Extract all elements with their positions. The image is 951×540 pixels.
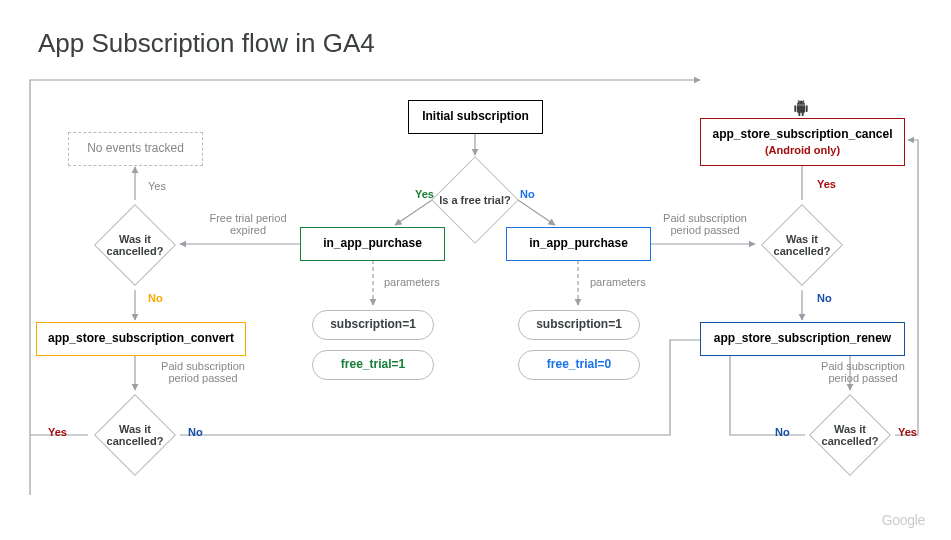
page-title: App Subscription flow in GA4 <box>38 28 375 59</box>
node-iap-free-trial: in_app_purchase <box>300 227 445 261</box>
edge-label-no-right2: No <box>775 426 790 438</box>
edge-label-no: No <box>520 188 535 200</box>
label-free-trial-expired: Free trial period expired <box>198 212 298 236</box>
node-initial-subscription: Initial subscription <box>408 100 543 134</box>
param-free-trial-0: free_trial=0 <box>518 350 640 380</box>
edge-label-no-right1: No <box>817 292 832 304</box>
node-iap-paid: in_app_purchase <box>506 227 651 261</box>
node-subscription-convert: app_store_subscription_convert <box>36 322 246 356</box>
google-logo: Google <box>882 512 925 528</box>
edge-label-yes-left2: Yes <box>48 426 67 438</box>
svg-line-2 <box>518 200 555 225</box>
edge-label-no-left2: No <box>188 426 203 438</box>
param-free-trial-1: free_trial=1 <box>312 350 434 380</box>
param-subscription-right: subscription=1 <box>518 310 640 340</box>
decision-cancelled-right: Was it cancelled? <box>757 200 847 290</box>
param-subscription-left: subscription=1 <box>312 310 434 340</box>
edge-label-no-left1: No <box>148 292 163 304</box>
label-paid-passed-right-bottom: Paid subscription period passed <box>808 360 918 384</box>
label-parameters-left: parameters <box>384 276 440 288</box>
node-subscription-renew: app_store_subscription_renew <box>700 322 905 356</box>
label-paid-passed-left: Paid subscription period passed <box>150 360 256 384</box>
edge-label-yes: Yes <box>415 188 434 200</box>
decision-cancelled-left: Was it cancelled? <box>90 200 180 290</box>
edge-label-yes-right2: Yes <box>898 426 917 438</box>
node-subscription-cancel: app_store_subscription_cancel (Android o… <box>700 118 905 166</box>
svg-line-1 <box>395 200 432 225</box>
node-no-events: No events tracked <box>68 132 203 166</box>
label-paid-passed-right-top: Paid subscription period passed <box>650 212 760 236</box>
decision-cancelled-right2: Was it cancelled? <box>805 390 895 480</box>
edge-label-yes-left1: Yes <box>148 180 166 192</box>
android-icon <box>793 100 809 119</box>
edge-label-yes-right1: Yes <box>817 178 836 190</box>
label-parameters-right: parameters <box>590 276 646 288</box>
decision-cancelled-left2: Was it cancelled? <box>90 390 180 480</box>
